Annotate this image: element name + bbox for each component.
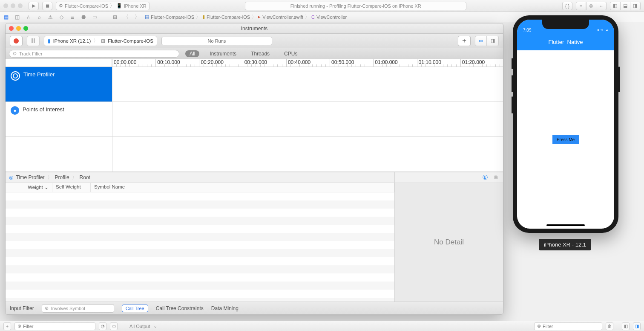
- tracks-area: Time Profiler ● Points of Interest: [6, 67, 503, 172]
- view-pane-seg[interactable]: ▭ ◨: [475, 36, 499, 46]
- ios-simulator[interactable]: 7:09 ▮ ᯤ ▰ Flutter_Native Press Me: [513, 15, 618, 233]
- symbol-nav-icon[interactable]: ⑃: [25, 14, 32, 20]
- minimize-dot[interactable]: [11, 3, 15, 8]
- track-row-empty: [6, 137, 503, 172]
- extended-detail-icon[interactable]: Ⓔ: [483, 174, 488, 181]
- instruments-footer: Input Filter ⊜ Involves Symbol Call Tree…: [6, 302, 503, 314]
- tab-cpus[interactable]: CPUs: [280, 50, 302, 57]
- volume-up: [512, 75, 513, 92]
- call-tree-constraints-button[interactable]: Call Tree Constraints: [156, 305, 204, 311]
- issue-nav-icon[interactable]: ⚠: [47, 14, 54, 20]
- nav-back-icon[interactable]: 〈: [123, 14, 129, 20]
- nav-fwd-icon[interactable]: 〉: [134, 14, 141, 20]
- breadcrumb[interactable]: ▤ Flutter-Compare-iOS 〉 ▮ Flutter-Compar…: [145, 14, 347, 20]
- instruments-titlebar: Instruments: [6, 23, 503, 34]
- search-icon[interactable]: ⌕: [36, 14, 43, 20]
- breadcrumb-item[interactable]: ViewController.swift: [262, 15, 303, 20]
- xcode-toolbar: ▶ ◼ ⚙︎ Flutter-Compare-iOS 〉 📱 iPhone XR…: [0, 0, 644, 12]
- track-filter-placeholder: Track Filter: [19, 51, 43, 56]
- close-dot[interactable]: [3, 3, 8, 8]
- track-lane[interactable]: [112, 102, 503, 136]
- test-nav-icon[interactable]: ◇: [58, 14, 65, 20]
- simulator-screen[interactable]: 7:09 ▮ ᯤ ▰ Flutter_Native Press Me: [517, 20, 614, 229]
- timeline-ruler[interactable]: 00:00.00000:10.00000:20.00000:30.00000:4…: [112, 59, 503, 67]
- tab-instruments[interactable]: Instruments: [205, 50, 241, 57]
- breadcrumb-item[interactable]: Flutter-Compare-iOS: [207, 15, 250, 20]
- col-weight[interactable]: Weight ⌄: [6, 183, 52, 192]
- filter-placeholder: Filter: [23, 324, 33, 329]
- tab-threads[interactable]: Threads: [247, 50, 274, 57]
- call-tree-table[interactable]: Weight ⌄ Self Weight Symbol Name: [6, 183, 394, 302]
- assistant-editor-icon[interactable]: ◎: [586, 2, 596, 10]
- pause-button[interactable]: [27, 36, 40, 46]
- instruments-traffic-lights[interactable]: [9, 26, 28, 31]
- right-pane-icon[interactable]: ◨: [633, 322, 641, 330]
- minimize-dot[interactable]: [16, 26, 21, 31]
- editor-options-button[interactable]: { }: [562, 2, 572, 10]
- add-instrument-button[interactable]: ＋: [458, 36, 471, 46]
- panel-toggle-seg[interactable]: ◧ ⬓ ◨: [610, 2, 641, 10]
- detail-crumb-item[interactable]: Time Profiler: [16, 174, 45, 180]
- input-filter-label: Input Filter: [10, 305, 34, 311]
- device-icon: 📱: [116, 3, 122, 9]
- standard-editor-icon[interactable]: ≡: [576, 2, 586, 10]
- version-editor-icon[interactable]: ↔: [596, 2, 607, 10]
- chevron-icon: 〉: [110, 3, 115, 9]
- track-filter-input[interactable]: ⊜ Track Filter: [9, 50, 179, 58]
- breakpoint-nav-icon[interactable]: ⬣: [80, 14, 87, 20]
- target-selector[interactable]: ▮ iPhone XR (12.1) 〉 ⊞ Flutter-Compare-i…: [44, 36, 157, 46]
- call-tree-button[interactable]: Call Tree: [122, 305, 148, 312]
- add-button[interactable]: ＋: [3, 322, 11, 330]
- ruler-tick: 00:20.000: [199, 59, 223, 67]
- press-me-button[interactable]: Press Me: [552, 135, 579, 144]
- zoom-dot[interactable]: [18, 3, 23, 8]
- window-traffic-lights[interactable]: [3, 3, 23, 8]
- data-mining-button[interactable]: Data Mining: [211, 305, 239, 311]
- bottom-panel-icon[interactable]: ⬓: [620, 2, 630, 10]
- track-lane[interactable]: [112, 67, 503, 102]
- detail-breadcrumb[interactable]: ◎ Time Profiler 〉 Profile 〉 Root: [6, 172, 394, 183]
- project-nav-icon[interactable]: ▤: [3, 14, 9, 20]
- strategy-icon[interactable]: ▭: [475, 36, 487, 46]
- source-control-icon[interactable]: ◫: [14, 14, 20, 20]
- breadcrumb-item[interactable]: Flutter-Compare-iOS: [151, 15, 194, 20]
- involves-symbol-input[interactable]: ⊜ Involves Symbol: [42, 304, 114, 313]
- home-indicator[interactable]: [546, 224, 585, 226]
- debug-nav-icon[interactable]: ≣: [69, 14, 76, 20]
- record-button[interactable]: [10, 36, 23, 46]
- recent-icon[interactable]: ◔: [99, 322, 106, 330]
- right-panel-icon[interactable]: ◨: [630, 2, 641, 10]
- related-items-icon[interactable]: ⊞: [112, 14, 118, 20]
- detail-pane-icon[interactable]: ◨: [487, 36, 499, 46]
- instruments-title: Instruments: [241, 26, 268, 32]
- table-rows[interactable]: [6, 192, 394, 302]
- breadcrumb-item[interactable]: ViewController: [316, 15, 347, 20]
- trash-icon[interactable]: 🗑: [606, 322, 613, 330]
- left-panel-icon[interactable]: ◧: [610, 2, 620, 10]
- ruler-tick: 00:30.000: [243, 59, 267, 67]
- track-row-time-profiler[interactable]: Time Profiler: [6, 67, 503, 102]
- detail-crumb-item[interactable]: Profile: [55, 174, 69, 180]
- xcode-bottom-bar: ＋ ⊜ Filter ◔ ▭ All Output ⌄ ⊜ Filter 🗑 ◧…: [0, 321, 644, 331]
- run-button[interactable]: ▶: [29, 2, 39, 10]
- close-dot[interactable]: [9, 26, 14, 31]
- doc-icon[interactable]: 🗎: [494, 174, 499, 180]
- report-nav-icon[interactable]: ▭: [91, 14, 98, 20]
- editor-layout-seg[interactable]: ≡ ◎ ↔: [576, 2, 607, 10]
- col-symbol-name[interactable]: Symbol Name: [91, 183, 394, 192]
- mute-switch: [512, 58, 513, 69]
- col-self-weight[interactable]: Self Weight: [52, 183, 91, 192]
- zoom-dot[interactable]: [23, 26, 28, 31]
- stop-button[interactable]: ◼: [42, 2, 52, 10]
- run-status[interactable]: No Runs: [161, 37, 272, 45]
- detail-crumb-item[interactable]: Root: [80, 174, 90, 180]
- left-pane-icon[interactable]: ◧: [622, 322, 630, 330]
- tab-all[interactable]: All: [185, 50, 199, 57]
- filter-input[interactable]: ⊜ Filter: [14, 322, 95, 330]
- track-label: Points of Interest: [23, 106, 64, 113]
- scheme-selector[interactable]: ⚙︎ Flutter-Compare-iOS 〉 📱 iPhone XR: [56, 2, 150, 10]
- track-row-points-of-interest[interactable]: ● Points of Interest: [6, 102, 503, 137]
- scm-icon[interactable]: ▭: [110, 322, 118, 330]
- right-filter-input[interactable]: ⊜ Filter: [534, 322, 602, 330]
- all-output-dropdown[interactable]: All Output: [129, 324, 150, 329]
